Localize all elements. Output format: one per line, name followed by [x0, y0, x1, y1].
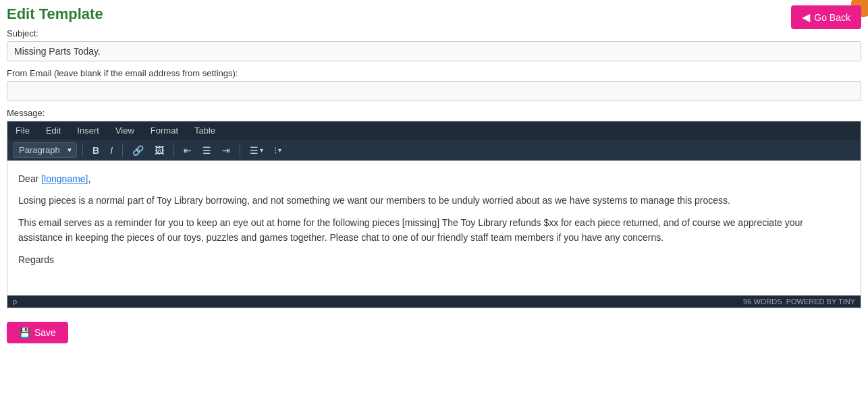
- editor-menubar: File Edit Insert View Format Table: [7, 121, 861, 140]
- page-wrapper: Edit Template ◀ Go Back Subject: From Em…: [0, 0, 868, 349]
- menubar-file[interactable]: File: [13, 124, 32, 137]
- menubar-view[interactable]: View: [113, 124, 137, 137]
- paragraph-select[interactable]: Paragraph Heading 1 Heading 2 Heading 3: [13, 142, 77, 158]
- paragraph-select-wrap: Paragraph Heading 1 Heading 2 Heading 3 …: [13, 142, 77, 158]
- editor-content[interactable]: Dear [longname], Losing pieces is a norm…: [7, 161, 861, 295]
- menubar-table[interactable]: Table: [192, 124, 218, 137]
- ordered-list-chevron: ▾: [260, 146, 263, 154]
- save-label: Save: [34, 327, 56, 338]
- paragraph1: Losing pieces is a normal part of Toy Li…: [18, 193, 850, 208]
- bold-button[interactable]: B: [88, 143, 103, 158]
- toolbar-divider-4: [240, 144, 240, 157]
- align-right-button[interactable]: ⇥: [218, 143, 234, 158]
- statusbar-info: 96 WORDS POWERED BY TINY: [743, 297, 855, 306]
- save-button[interactable]: 💾 Save: [7, 322, 68, 343]
- save-icon: 💾: [19, 327, 30, 338]
- menubar-insert[interactable]: Insert: [74, 124, 102, 137]
- page-title: Edit Template: [7, 5, 861, 23]
- go-back-icon: ◀: [802, 11, 810, 24]
- message-group: Message: File Edit Insert View Format Ta…: [7, 108, 861, 308]
- editor-statusbar: p 96 WORDS POWERED BY TINY: [7, 295, 861, 308]
- link-button[interactable]: 🔗: [128, 143, 148, 158]
- align-left-icon: ⇤: [184, 145, 192, 156]
- toolbar-divider-3: [173, 144, 174, 157]
- toolbar-divider-1: [82, 144, 83, 157]
- from-email-group: From Email (leave blank if the email add…: [7, 68, 861, 101]
- link-icon: 🔗: [132, 145, 144, 156]
- subject-label: Subject:: [7, 28, 861, 38]
- italic-button[interactable]: I: [106, 143, 117, 158]
- greeting-paragraph: Dear [longname],: [18, 171, 850, 186]
- greeting-text: Dear: [18, 173, 41, 184]
- powered-by: POWERED BY TINY: [786, 297, 855, 306]
- menubar-edit[interactable]: Edit: [43, 124, 63, 137]
- subject-input[interactable]: [7, 41, 861, 61]
- go-back-label: Go Back: [814, 12, 850, 23]
- unordered-list-button[interactable]: ⁝ ▾: [270, 143, 286, 158]
- from-email-input[interactable]: [7, 81, 861, 101]
- editor-wrapper: File Edit Insert View Format Table Parag…: [7, 121, 861, 308]
- bold-icon: B: [92, 145, 99, 156]
- ordered-list-button[interactable]: ☰ ▾: [246, 143, 267, 158]
- align-left-button[interactable]: ⇤: [180, 143, 196, 158]
- image-icon: 🖼: [155, 145, 164, 156]
- italic-icon: I: [110, 145, 113, 156]
- align-center-icon: ☰: [202, 145, 211, 156]
- image-button[interactable]: 🖼: [151, 143, 168, 158]
- unordered-list-chevron: ▾: [278, 146, 281, 154]
- closing-paragraph: Regards: [18, 252, 850, 267]
- paragraph2: This email serves as a reminder for you …: [18, 215, 850, 246]
- longname-link[interactable]: [longname]: [41, 173, 88, 184]
- editor-toolbar: Paragraph Heading 1 Heading 2 Heading 3 …: [7, 140, 861, 161]
- unordered-list-icon: ⁝: [274, 145, 277, 156]
- message-label: Message:: [7, 108, 861, 118]
- align-center-button[interactable]: ☰: [198, 143, 215, 158]
- toolbar-divider-2: [122, 144, 123, 157]
- go-back-button[interactable]: ◀ Go Back: [791, 5, 861, 29]
- ordered-list-icon: ☰: [250, 145, 259, 156]
- statusbar-element: p: [13, 297, 17, 306]
- menubar-format[interactable]: Format: [148, 124, 181, 137]
- subject-group: Subject:: [7, 28, 861, 61]
- from-email-label: From Email (leave blank if the email add…: [7, 68, 861, 78]
- word-count: 96 WORDS: [743, 297, 782, 306]
- align-right-icon: ⇥: [222, 145, 230, 156]
